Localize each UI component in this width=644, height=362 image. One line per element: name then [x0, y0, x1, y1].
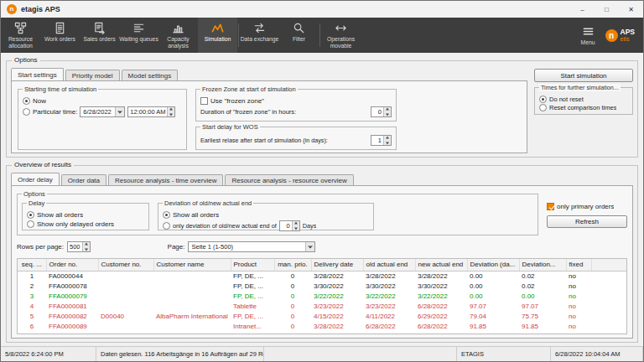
cell-fixed: no [566, 321, 591, 331]
frozen-duration-spinner[interactable]: 0 [371, 106, 392, 117]
cell-new-actual-end: 7/18/2022 [415, 331, 467, 334]
radio-checked-icon [23, 97, 30, 105]
status-datetime-left: 5/8/2022 6:24:00 PM [1, 347, 96, 361]
tab-order-data[interactable]: Order data [61, 174, 106, 185]
now-radio[interactable]: Now [23, 97, 182, 105]
frozen-zone-column: Frozen Zone at start of simulation Use "… [195, 89, 397, 150]
simulation-icon [211, 22, 224, 34]
ribbon-item-sales-orders[interactable]: Sales orders [80, 18, 119, 53]
column-header-fixed[interactable]: fixed [566, 259, 591, 271]
ribbon-item-filter[interactable]: Filter [279, 18, 319, 53]
pager-row: Rows per page: 500 Page: Seite 1 (1-500) [17, 240, 627, 253]
cell-new-actual-end: 6/29/2022 [415, 311, 467, 321]
column-header-delivery-date[interactable]: Delivery date [311, 259, 363, 271]
column-header-deviation-da[interactable]: Deviation (da... [467, 259, 519, 271]
start-time-spinner[interactable]: 12:00:00 AM [127, 106, 175, 117]
spinner-down-icon[interactable] [293, 226, 299, 231]
table-row[interactable]: 1FA0000044FP, DE, ...03/28/20223/28/2022… [18, 271, 626, 281]
refresh-button[interactable]: Refresh [547, 215, 627, 228]
page-label: Page: [168, 243, 185, 251]
radio-icon [539, 104, 547, 111]
ribbon-item-resource-allocation[interactable]: Resource allocation [1, 18, 40, 53]
column-header-deviation[interactable]: Deviation... [519, 259, 566, 271]
tab-resource-analysis-time-overview[interactable]: Resource analysis - time overview [108, 174, 223, 185]
table-row[interactable]: 7GFA0000079Tablette06/7/20226/15/20227/1… [18, 331, 626, 334]
table-row[interactable]: 6FFA0000089Intranet...03/28/20226/28/202… [18, 321, 626, 331]
start-date-combo[interactable]: 6/28/2022 [80, 106, 125, 117]
column-header-product[interactable]: Product [231, 259, 274, 271]
data-exchange-icon [253, 22, 266, 34]
deviation-show-all-radio[interactable]: Show all orders [163, 211, 369, 219]
checkbox-checked-icon [547, 203, 554, 210]
spinner-down-icon[interactable] [384, 112, 391, 117]
cell-deviation: 0.02 [519, 281, 566, 291]
start-delay-spinner[interactable]: 1 [371, 135, 392, 146]
delay-show-all-radio[interactable]: Show all orders [27, 211, 144, 219]
page-combo[interactable]: Seite 1 (1-500) [188, 241, 315, 252]
ribbon-item-label: Capacity analysis [158, 36, 198, 49]
column-header-new-actual-end[interactable]: new actual end [415, 259, 467, 271]
maximize-button[interactable]: □ [595, 1, 619, 18]
ribbon-item-label: Resource allocation [1, 36, 40, 49]
spinner-down-icon[interactable] [168, 112, 174, 117]
spinner-down-icon[interactable] [384, 141, 391, 146]
minimize-button[interactable]: – [570, 1, 595, 18]
ribbon-item-capacity-analysis[interactable]: Capacity analysis [158, 18, 198, 53]
cell-man-prio: 0 [274, 271, 311, 281]
column-header-customer-name[interactable]: Customer name [153, 259, 231, 271]
do-not-reset-radio[interactable]: Do not reset [539, 96, 628, 103]
table-row[interactable]: 2FFA0000078FP, DE, ...03/30/20223/30/202… [18, 281, 626, 291]
cell-filler [591, 331, 626, 334]
chevron-down-icon[interactable] [115, 107, 124, 116]
column-header-filler [591, 259, 626, 271]
tab-priority-model[interactable]: Priority model [65, 70, 120, 80]
use-frozen-zone-checkbox[interactable]: Use "frozen zone" [200, 97, 392, 105]
spinner-down-icon[interactable] [83, 247, 90, 252]
ribbon-item-operations-movable[interactable]: Operations movable [321, 18, 361, 53]
menu-button[interactable]: Menu [581, 25, 595, 46]
cell-customer-no [98, 331, 153, 334]
radio-icon [27, 220, 34, 228]
reset-comparison-times-radio[interactable]: Reset comparison times [539, 104, 628, 111]
table-row[interactable]: 4FFA0000081Tablette03/23/20223/23/20226/… [18, 301, 626, 311]
cell-seq: 3 [18, 291, 46, 301]
particular-time-radio[interactable] [23, 108, 30, 116]
cell-seq: 6 [18, 321, 46, 331]
cell-deviation-da: 0.00 [467, 291, 519, 301]
only-deviation-radio[interactable]: only deviation of old/new actual end of … [163, 220, 369, 231]
start-simulation-button[interactable]: Start simulation [534, 69, 633, 82]
chevron-down-icon[interactable] [305, 242, 314, 251]
tab-model-settings[interactable]: Model settings [122, 70, 179, 80]
column-header-customer-no[interactable]: Customer no. [98, 259, 153, 271]
only-primary-orders-checkbox[interactable]: only primary orders [547, 203, 627, 210]
logo-text-top: APS [621, 28, 635, 36]
close-button[interactable]: ✕ [619, 1, 643, 18]
logo-text-bottom: etis [621, 36, 635, 42]
tab-order-delay[interactable]: Order delay [11, 173, 60, 185]
app-window: n etagis APS – □ ✕ Resource allocationWo… [0, 0, 644, 362]
ribbon-item-simulation[interactable]: Simulation [198, 18, 237, 53]
rows-per-page-value: 500 [68, 242, 82, 251]
tab-resource-analysis-resource-overview[interactable]: Resource analysis - resource overview [225, 174, 353, 185]
column-header-old-actual-end[interactable]: old actual end [363, 259, 415, 271]
radio-checked-icon [27, 211, 34, 219]
status-spacer [264, 347, 457, 361]
table-row[interactable]: 5FFA0000082D00040AlbaPharm International… [18, 311, 626, 321]
aps-logo: n APS etis [605, 28, 635, 42]
cell-customer-no: D00040 [98, 311, 153, 321]
ribbon-item-waiting-queues[interactable]: Waiting queues [119, 18, 158, 53]
delay-show-delayed-radio[interactable]: Show only delayed orders [27, 220, 144, 228]
cell-filler [591, 271, 626, 281]
column-header-order-no[interactable]: Order no. [46, 259, 98, 271]
table-row[interactable]: 3FFA0000079FP, DE, ...03/22/20223/22/202… [18, 291, 626, 301]
deviation-days-spinner[interactable]: 0 [279, 220, 300, 231]
use-frozen-zone-label: Use "frozen zone" [210, 97, 264, 105]
ribbon-item-work-orders[interactable]: Work orders [40, 18, 80, 53]
ribbon-item-data-exchange[interactable]: Data exchange [240, 18, 279, 53]
rows-per-page-label: Rows per page: [17, 243, 64, 251]
rows-per-page-spinner[interactable]: 500 [67, 241, 91, 252]
column-header-seq[interactable]: seq. ... [18, 259, 46, 271]
options-tabstrip: Start settingsPriority modelModel settin… [11, 68, 527, 80]
column-header-man-prio[interactable]: man. prio. [274, 259, 311, 271]
tab-start-settings[interactable]: Start settings [11, 68, 64, 80]
